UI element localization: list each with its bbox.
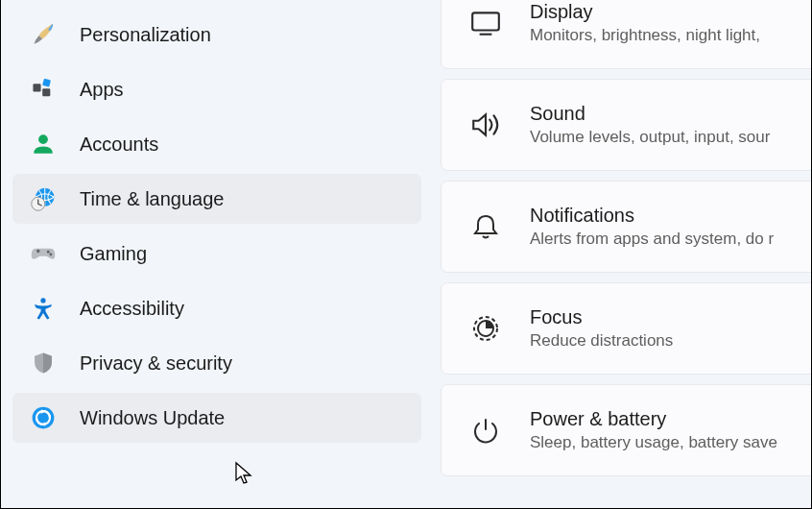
display-icon [468, 6, 503, 40]
card-subtitle: Monitors, brightness, night light, [530, 26, 760, 45]
nav-item-personalization[interactable]: Personalization [12, 10, 421, 60]
svg-rect-1 [42, 88, 50, 96]
nav-label: Windows Update [80, 407, 404, 429]
card-text: Power & battery Sleep, battery usage, ba… [530, 408, 777, 452]
card-subtitle: Volume levels, output, input, sour [530, 128, 770, 147]
card-text: Focus Reduce distractions [530, 306, 673, 351]
settings-cards: Display Monitors, brightness, night ligh… [433, 0, 811, 508]
gamepad-icon [30, 240, 57, 267]
power-icon [468, 413, 503, 448]
update-icon [30, 404, 57, 431]
nav-item-accessibility[interactable]: Accessibility [12, 283, 421, 333]
sound-icon [468, 108, 503, 142]
card-title: Sound [530, 103, 770, 125]
card-subtitle: Sleep, battery usage, battery save [530, 433, 777, 452]
card-title: Display [530, 1, 760, 23]
bell-icon [468, 209, 503, 244]
card-focus[interactable]: Focus Reduce distractions [441, 282, 811, 375]
person-icon [30, 131, 57, 158]
paintbrush-icon [30, 21, 57, 48]
svg-point-3 [38, 134, 48, 144]
shield-icon [30, 350, 57, 376]
nav-item-privacy-security[interactable]: Privacy & security [12, 338, 421, 388]
card-subtitle: Alerts from apps and system, do r [530, 230, 774, 249]
nav-label: Accessibility [80, 298, 404, 320]
card-title: Notifications [530, 205, 774, 227]
svg-rect-2 [42, 79, 51, 87]
apps-icon [30, 76, 57, 103]
card-notifications[interactable]: Notifications Alerts from apps and syste… [441, 181, 811, 273]
nav-label: Time & language [80, 188, 404, 210]
nav-label: Personalization [80, 24, 404, 46]
accessibility-icon [30, 295, 57, 322]
nav-item-accounts[interactable]: Accounts [12, 119, 421, 169]
card-text: Notifications Alerts from apps and syste… [530, 205, 774, 249]
nav-item-time-language[interactable]: Time & language [12, 174, 421, 224]
card-display[interactable]: Display Monitors, brightness, night ligh… [441, 0, 811, 69]
nav-label: Privacy & security [80, 352, 404, 375]
card-sound[interactable]: Sound Volume levels, output, input, sour [441, 79, 811, 171]
card-text: Display Monitors, brightness, night ligh… [530, 1, 760, 45]
nav-label: Accounts [80, 133, 404, 156]
nav-item-gaming[interactable]: Gaming [12, 229, 421, 279]
svg-rect-0 [33, 84, 40, 91]
card-title: Focus [530, 306, 673, 328]
nav-label: Apps [80, 79, 404, 101]
card-title: Power & battery [530, 408, 777, 430]
card-text: Sound Volume levels, output, input, sour [530, 103, 770, 147]
nav-item-apps[interactable]: Apps [12, 64, 421, 114]
nav-item-windows-update[interactable]: Windows Update [12, 393, 421, 443]
svg-point-8 [40, 298, 45, 303]
globe-clock-icon [30, 185, 57, 212]
svg-point-6 [47, 251, 50, 254]
svg-rect-10 [472, 12, 499, 30]
nav-label: Gaming [80, 243, 404, 265]
settings-window: Personalization Apps Accounts [0, 0, 812, 509]
card-subtitle: Reduce distractions [530, 331, 673, 351]
sidebar-nav: Personalization Apps Accounts [1, 0, 433, 508]
svg-point-7 [49, 253, 52, 255]
focus-icon [468, 311, 503, 346]
card-power-battery[interactable]: Power & battery Sleep, battery usage, ba… [441, 384, 811, 476]
